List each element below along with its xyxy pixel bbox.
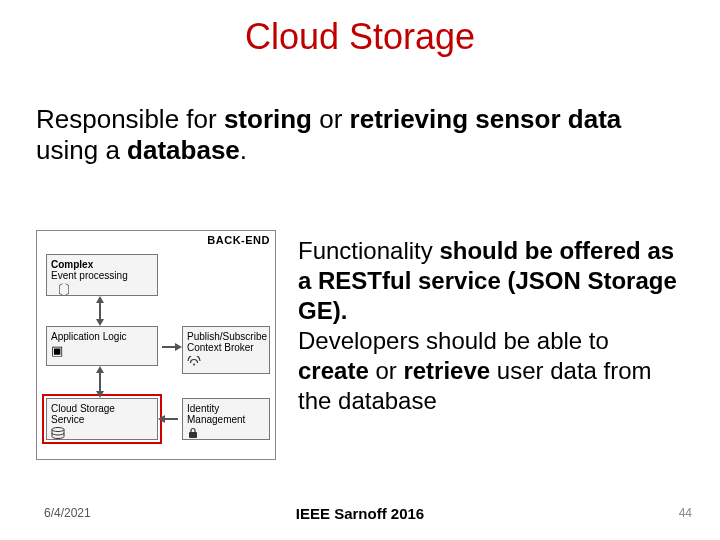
node-cloud-storage-service: Cloud Storage Service	[46, 398, 158, 440]
text-bold: create	[298, 357, 369, 384]
brackets-icon: 〔〕	[51, 283, 77, 297]
node-label: Service	[51, 414, 153, 425]
text-bold: retrieve	[403, 357, 490, 384]
node-label: Publish/Subscribe	[187, 331, 265, 342]
text-bold: sensor data	[475, 104, 621, 134]
slide-title: Cloud Storage	[0, 16, 720, 58]
node-label: Complex	[51, 259, 153, 270]
text: using a	[36, 135, 127, 165]
architecture-diagram: BACK-END Complex Event processing 〔〕 App…	[36, 230, 276, 460]
slide: Cloud Storage Responsible for storing or…	[0, 0, 720, 540]
node-complex-event-processing: Complex Event processing 〔〕	[46, 254, 158, 296]
svg-point-1	[52, 428, 64, 432]
text: or	[369, 357, 404, 384]
node-application-logic: Application Logic ▣	[46, 326, 158, 366]
node-label: Identity	[187, 403, 265, 414]
slide-subtitle: Responsible for storing or retrieving se…	[36, 104, 684, 166]
node-identity-management: Identity Management	[182, 398, 270, 440]
svg-point-0	[193, 364, 195, 366]
arrow-down-icon	[96, 391, 104, 398]
node-label: Application Logic	[51, 331, 153, 342]
text: .	[240, 135, 247, 165]
database-icon	[51, 427, 65, 442]
text: Functionality	[298, 237, 439, 264]
backend-label: BACK-END	[207, 234, 270, 246]
body-text: Functionality should be offered as a RES…	[298, 236, 684, 416]
paragraph: Functionality should be offered as a RES…	[298, 236, 684, 326]
arrow-connector	[99, 373, 101, 391]
wifi-icon	[187, 355, 201, 369]
text: or	[312, 104, 350, 134]
node-label: Management	[187, 414, 265, 425]
lock-icon	[187, 427, 199, 442]
node-label: Context Broker	[187, 342, 265, 353]
arrow-up-icon	[96, 366, 104, 373]
arrow-down-icon	[96, 319, 104, 326]
cube-icon: ▣	[51, 344, 63, 358]
text-bold: retrieving	[350, 104, 469, 134]
node-pubsub-context-broker: Publish/Subscribe Context Broker	[182, 326, 270, 374]
footer-source: IEEE Sarnoff 2016	[0, 505, 720, 522]
arrow-connector	[162, 346, 176, 348]
footer-page-number: 44	[679, 506, 692, 520]
arrow-up-icon	[96, 296, 104, 303]
arrow-right-icon	[175, 343, 182, 351]
text-bold: database	[127, 135, 240, 165]
svg-rect-2	[189, 432, 197, 438]
arrow-connector	[99, 303, 101, 319]
node-label: Cloud Storage	[51, 403, 153, 414]
paragraph: Developers should be able to create or r…	[298, 326, 684, 416]
text: Developers should be able to	[298, 327, 609, 354]
text: Responsible for	[36, 104, 224, 134]
text-bold: storing	[224, 104, 312, 134]
arrow-connector	[164, 418, 178, 420]
node-label: Event processing	[51, 270, 153, 281]
arrow-left-icon	[158, 415, 165, 423]
